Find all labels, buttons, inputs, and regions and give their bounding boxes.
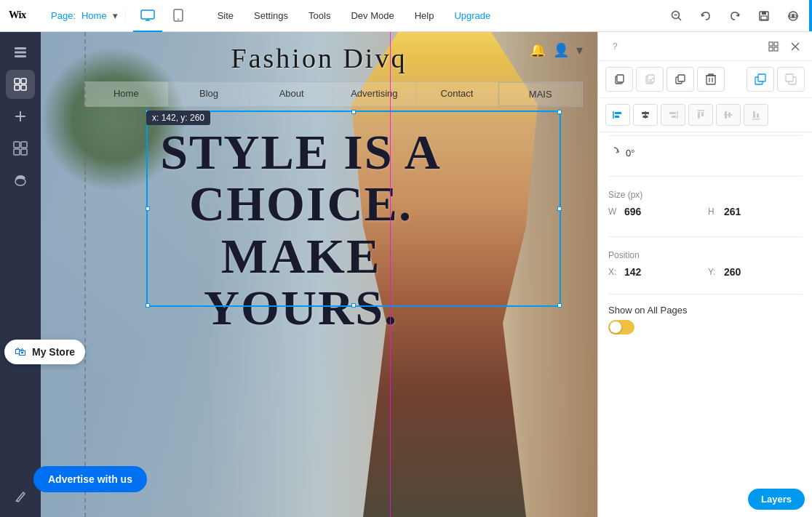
delete-btn[interactable] [697, 67, 725, 92]
toolbar-right [658, 4, 812, 28]
wix-logo: Wix [9, 7, 35, 25]
show-all-toggle[interactable] [608, 320, 634, 334]
redo-btn[interactable] [723, 4, 747, 28]
sidebar-btn-pages[interactable] [6, 38, 35, 67]
align-top-btn[interactable] [688, 104, 713, 126]
sidebar-btn-elements[interactable] [6, 70, 35, 99]
width-label: W [608, 207, 620, 217]
page-selector[interactable]: Page: Home ▾ [44, 10, 126, 21]
svg-rect-11 [761, 16, 767, 20]
layers-btn-wrapper: Layers [748, 489, 805, 510]
svg-rect-24 [21, 142, 27, 148]
site-nav-advertising[interactable]: Advertising [333, 82, 416, 106]
layers-button[interactable]: Layers [748, 489, 805, 510]
bring-forward-btn[interactable] [747, 67, 774, 92]
svg-rect-10 [762, 12, 766, 15]
send-back-btn[interactable] [777, 67, 805, 92]
show-all-section: Show on All Pages [598, 297, 812, 342]
site-nav-home[interactable]: Home [85, 82, 168, 106]
svg-rect-14 [15, 47, 26, 49]
height-cell: H 261 [708, 206, 802, 217]
copy-btn[interactable] [605, 67, 633, 92]
y-label: Y: [708, 267, 720, 277]
handle-tr[interactable] [557, 110, 562, 114]
align-left-btn[interactable] [605, 104, 630, 126]
svg-point-5 [178, 18, 179, 20]
toolbar-nav-site[interactable]: Site [207, 0, 244, 32]
site-nav-about[interactable]: About [250, 82, 333, 106]
x-value[interactable]: 142 [624, 266, 641, 278]
site-nav-mais[interactable]: MAIS [498, 82, 582, 106]
handle-bl[interactable] [146, 303, 150, 308]
svg-rect-53 [643, 116, 648, 118]
sidebar-btn-add[interactable] [6, 102, 35, 131]
store-icon: 🛍 [15, 345, 26, 358]
handle-ml[interactable] [146, 207, 150, 211]
svg-rect-25 [14, 149, 20, 155]
toolbar-nav-settings[interactable]: Settings [244, 0, 298, 32]
align-center-btn[interactable] [633, 104, 658, 126]
device-switcher [133, 0, 193, 32]
toolbar-nav-upgrade[interactable]: Upgrade [444, 0, 501, 32]
handle-br[interactable] [557, 303, 562, 308]
guide-vertical-center [390, 32, 391, 517]
svg-line-7 [678, 17, 681, 20]
help-icon[interactable]: ? [605, 37, 624, 56]
toggle-wrapper [608, 320, 802, 334]
selection-box [146, 111, 561, 307]
svg-point-13 [792, 15, 795, 17]
svg-rect-56 [672, 116, 676, 118]
toolbar-nav-tools[interactable]: Tools [298, 0, 341, 32]
close-icon[interactable] [786, 37, 805, 56]
y-value[interactable]: 260 [724, 266, 741, 278]
bell-icon: 🔔 [530, 42, 546, 58]
guide-dashed-left [84, 32, 86, 517]
sidebar-btn-media[interactable] [6, 166, 35, 195]
undo-btn[interactable] [694, 4, 717, 28]
toolbar-nav-devmode[interactable]: Dev Mode [341, 0, 404, 32]
handle-tm[interactable] [351, 110, 356, 114]
canvas-area: Fashion Divq 🔔 👤 ▾ Home Blog About Adver… [41, 32, 812, 517]
site-nav-blog[interactable]: Blog [168, 82, 251, 106]
svg-rect-39 [678, 75, 685, 81]
site-nav-contact[interactable]: Contact [416, 82, 499, 106]
svg-point-27 [15, 178, 25, 185]
coords-badge: x: 142, y: 260 [146, 111, 210, 125]
svg-rect-31 [774, 47, 778, 51]
mobile-view-btn[interactable] [164, 0, 193, 32]
handle-mr[interactable] [557, 207, 562, 211]
svg-rect-19 [15, 85, 20, 90]
site-nav: Home Blog About Advertising Contact MAIS [84, 81, 583, 107]
duplicate-btn[interactable] [666, 67, 694, 92]
size-label: Size (px) [608, 190, 802, 200]
rotation-icon [608, 146, 626, 160]
sidebar-btn-design[interactable] [6, 482, 35, 511]
svg-text:Wix: Wix [9, 9, 27, 20]
align-middle-btn[interactable] [716, 104, 741, 126]
handle-bm[interactable] [351, 303, 356, 308]
rotation-section: 0° [598, 139, 812, 173]
preview-btn[interactable] [781, 4, 805, 28]
align-bottom-btn[interactable] [744, 104, 768, 126]
paste-style-btn[interactable] [636, 67, 664, 92]
zoom-btn[interactable] [665, 4, 688, 28]
my-store-button[interactable]: 🛍 My Store [4, 340, 85, 364]
grid-icon[interactable] [764, 37, 783, 56]
svg-rect-29 [774, 42, 778, 46]
site-header-icons: 🔔 👤 ▾ [530, 42, 583, 58]
toolbar-nav-help[interactable]: Help [405, 0, 445, 32]
svg-rect-58 [698, 112, 700, 119]
desktop-view-btn[interactable] [133, 0, 162, 32]
save-btn[interactable] [752, 4, 776, 28]
height-value[interactable]: 261 [724, 206, 741, 217]
sidebar-btn-components[interactable] [6, 134, 35, 163]
svg-rect-62 [728, 113, 731, 118]
svg-rect-18 [21, 79, 26, 84]
advertise-button[interactable]: Advertise with us [33, 466, 147, 492]
width-value[interactable]: 696 [624, 206, 641, 217]
svg-rect-59 [701, 112, 704, 116]
svg-rect-40 [706, 76, 715, 84]
align-right-btn[interactable] [661, 104, 685, 126]
panel-header: ? [598, 32, 812, 61]
svg-rect-52 [642, 112, 649, 114]
